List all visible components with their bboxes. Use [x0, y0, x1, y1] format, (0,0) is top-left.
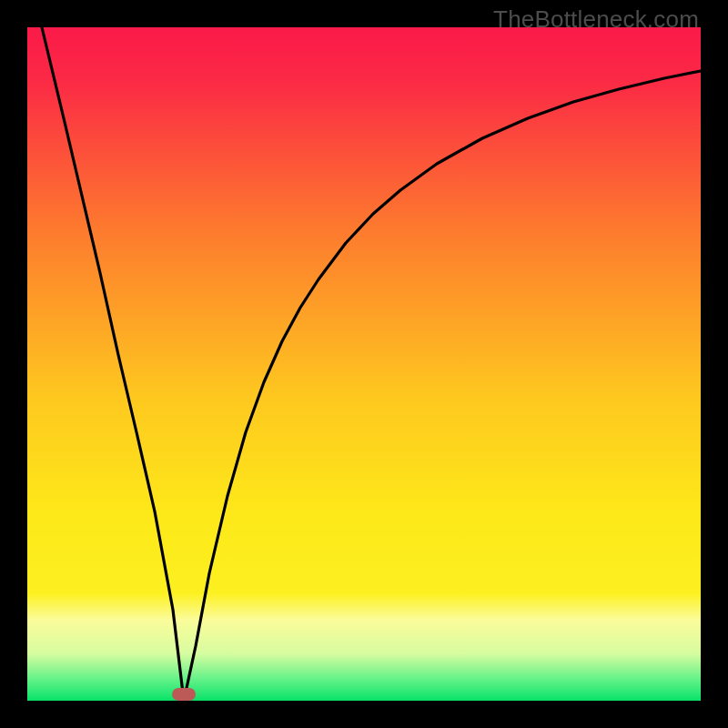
bottleneck-marker-icon: [172, 688, 196, 701]
bottleneck-curve: [27, 27, 701, 701]
watermark-text: TheBottleneck.com: [493, 5, 699, 34]
